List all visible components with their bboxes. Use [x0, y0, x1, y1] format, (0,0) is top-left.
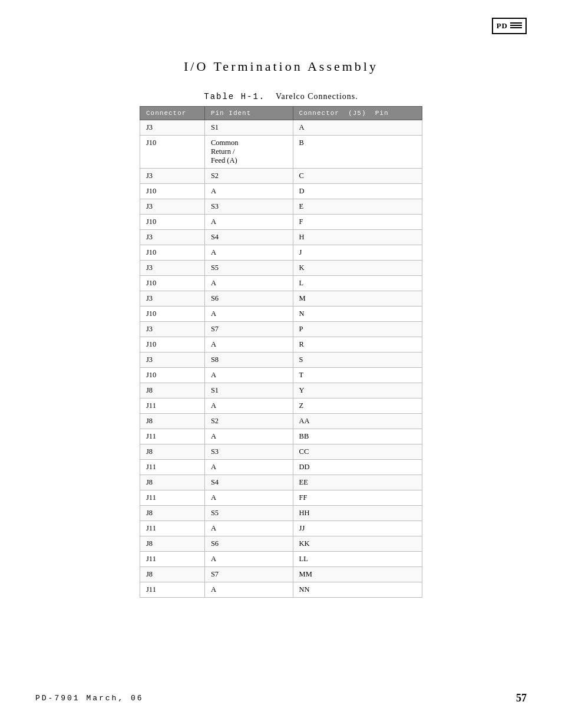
table-row: J3S5K: [140, 261, 422, 276]
header-j5-pin: Connector (J5) Pin: [293, 107, 422, 120]
cell-connector: J10: [140, 245, 205, 261]
pd-logo: PD: [492, 18, 527, 34]
cell-j5-pin: BB: [293, 429, 422, 444]
logo-line-2: [510, 25, 522, 26]
cell-connector: J10: [140, 307, 205, 322]
cell-pin-ident: S8: [204, 353, 293, 368]
cell-j5-pin: T: [293, 368, 422, 383]
cell-j5-pin: EE: [293, 475, 422, 490]
cell-pin-ident: A: [204, 460, 293, 475]
cell-pin-ident: S3: [204, 199, 293, 215]
table-row: J8S4EE: [140, 475, 422, 490]
cell-pin-ident: S1: [204, 120, 293, 136]
cell-pin-ident: S1: [204, 383, 293, 398]
table-row: J10AD: [140, 184, 422, 199]
cell-connector: J11: [140, 521, 205, 536]
cell-pin-ident: A: [204, 552, 293, 567]
cell-connector: J10: [140, 276, 205, 291]
cell-connector: J8: [140, 444, 205, 460]
logo-lines: [510, 22, 522, 28]
cell-connector: J11: [140, 582, 205, 598]
cell-pin-ident: S6: [204, 291, 293, 307]
cell-pin-ident: A: [204, 398, 293, 414]
cell-pin-ident: A: [204, 490, 293, 506]
table-row: J11AJJ: [140, 521, 422, 536]
table-row: J8S7MM: [140, 567, 422, 582]
table-row: J11ABB: [140, 429, 422, 444]
cell-j5-pin: MM: [293, 567, 422, 582]
cell-connector: J11: [140, 398, 205, 414]
table-caption: Table H-1. Varelco Connections.: [35, 92, 527, 101]
cell-connector: J11: [140, 429, 205, 444]
table-body: J3S1AJ10Common Return / Feed (A)BJ3S2CJ1…: [140, 120, 422, 598]
table-row: J11ALL: [140, 552, 422, 567]
table-row: J10AL: [140, 276, 422, 291]
cell-j5-pin: CC: [293, 444, 422, 460]
cell-j5-pin: E: [293, 199, 422, 215]
cell-connector: J10: [140, 136, 205, 169]
table-row: J10AF: [140, 215, 422, 230]
cell-connector: J10: [140, 368, 205, 383]
table-row: J3S2C: [140, 169, 422, 184]
cell-pin-ident: S3: [204, 444, 293, 460]
cell-connector: J3: [140, 322, 205, 337]
cell-pin-ident: S2: [204, 414, 293, 429]
cell-connector: J3: [140, 291, 205, 307]
cell-j5-pin: JJ: [293, 521, 422, 536]
cell-connector: J3: [140, 199, 205, 215]
table-caption-text: Varelco Connections.: [276, 92, 358, 101]
cell-pin-ident: A: [204, 368, 293, 383]
cell-j5-pin: N: [293, 307, 422, 322]
cell-j5-pin: Z: [293, 398, 422, 414]
cell-connector: J8: [140, 536, 205, 552]
table-wrapper: Connector Pin Ident Connector (J5) Pin J…: [35, 106, 527, 598]
cell-j5-pin: F: [293, 215, 422, 230]
cell-j5-pin: C: [293, 169, 422, 184]
cell-j5-pin: D: [293, 184, 422, 199]
cell-connector: J3: [140, 120, 205, 136]
table-row: J3S7P: [140, 322, 422, 337]
logo-text: PD: [497, 21, 508, 31]
table-row: J8S6KK: [140, 536, 422, 552]
logo-line-3: [510, 27, 522, 28]
cell-connector: J10: [140, 337, 205, 353]
table-row: J11ANN: [140, 582, 422, 598]
table-row: J3S6M: [140, 291, 422, 307]
cell-connector: J11: [140, 552, 205, 567]
cell-j5-pin: K: [293, 261, 422, 276]
cell-j5-pin: H: [293, 230, 422, 245]
cell-pin-ident: S4: [204, 230, 293, 245]
page-footer: PD-7901 March, 06 57: [35, 692, 527, 704]
cell-pin-ident: A: [204, 307, 293, 322]
cell-connector: J3: [140, 169, 205, 184]
table-row: J11AZ: [140, 398, 422, 414]
cell-j5-pin: B: [293, 136, 422, 169]
table-row: J11ADD: [140, 460, 422, 475]
cell-connector: J8: [140, 383, 205, 398]
cell-j5-pin: KK: [293, 536, 422, 552]
cell-connector: J8: [140, 414, 205, 429]
table-row: J3S4H: [140, 230, 422, 245]
cell-j5-pin: NN: [293, 582, 422, 598]
table-row: J3S8S: [140, 353, 422, 368]
table-row: J10AN: [140, 307, 422, 322]
cell-connector: J10: [140, 215, 205, 230]
cell-pin-ident: S5: [204, 261, 293, 276]
table-row: J8S2AA: [140, 414, 422, 429]
cell-j5-pin: J: [293, 245, 422, 261]
table-row: J10AJ: [140, 245, 422, 261]
cell-connector: J3: [140, 353, 205, 368]
page-header: I/O Termination Assembly: [35, 59, 527, 74]
cell-connector: J8: [140, 475, 205, 490]
logo-line-1: [510, 22, 522, 24]
cell-connector: J11: [140, 490, 205, 506]
cell-pin-ident: A: [204, 337, 293, 353]
cell-connector: J3: [140, 230, 205, 245]
cell-j5-pin: LL: [293, 552, 422, 567]
cell-j5-pin: FF: [293, 490, 422, 506]
footer-page-number: 57: [516, 692, 527, 704]
cell-j5-pin: A: [293, 120, 422, 136]
cell-pin-ident: A: [204, 429, 293, 444]
cell-pin-ident: A: [204, 215, 293, 230]
table-row: J8S3CC: [140, 444, 422, 460]
